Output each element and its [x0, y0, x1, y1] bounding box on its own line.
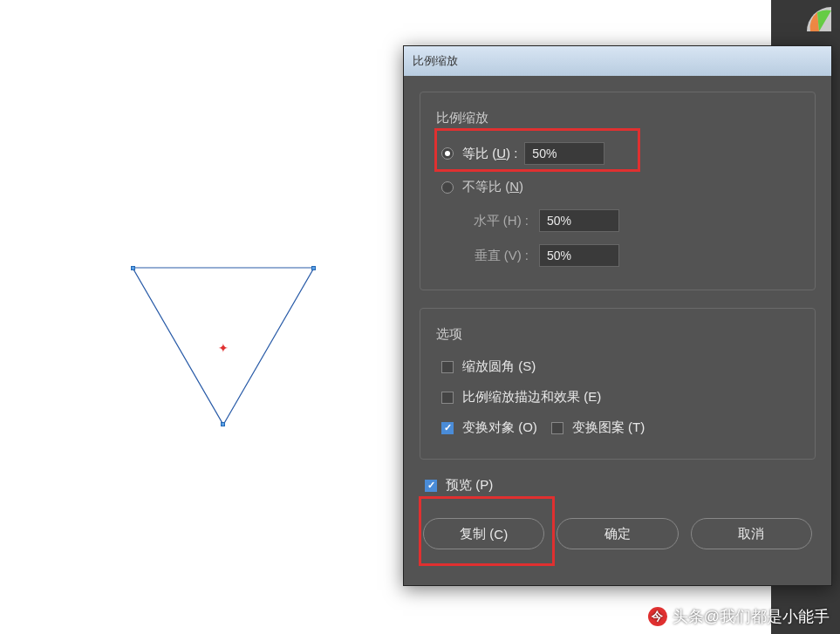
transform-row: 变换对象 (O) 变换图案 (T) [436, 419, 799, 436]
checkbox-label: 变换图案 (T) [572, 419, 645, 436]
button-row: 复制 (C) 确定 取消 [420, 518, 816, 549]
uniform-value-input[interactable] [524, 142, 604, 165]
watermark-prefix: 头条 [673, 606, 704, 627]
section-title: 比例缩放 [436, 110, 799, 126]
checkbox-icon [551, 422, 563, 434]
vertical-label: 垂直 (V) : [462, 248, 532, 264]
dialog-title: 比例缩放 [413, 53, 458, 69]
dialog-body: 比例缩放 等比 (U) : 不等比 (N) 水平 (H) : 垂直 (V) : [404, 76, 831, 565]
watermark-text: @我们都是小能手 [704, 606, 830, 627]
horizontal-label: 水平 (H) : [462, 213, 532, 229]
watermark: 今 头条 @我们都是小能手 [648, 606, 830, 627]
anchor-point[interactable] [131, 266, 135, 270]
anchor-point[interactable] [221, 422, 225, 426]
checkbox-icon [441, 392, 454, 404]
checkbox-icon [441, 422, 454, 434]
nonuniform-label: 不等比 (N) [462, 179, 523, 195]
scale-corners-checkbox[interactable]: 缩放圆角 (S) [436, 358, 799, 375]
preview-checkbox[interactable]: 预览 (P) [420, 477, 816, 494]
dialog-titlebar[interactable]: 比例缩放 [404, 46, 831, 76]
scale-strokes-checkbox[interactable]: 比例缩放描边和效果 (E) [436, 389, 799, 406]
checkbox-icon [425, 480, 437, 492]
vertical-value-input[interactable] [539, 244, 619, 267]
horizontal-row: 水平 (H) : [436, 209, 799, 232]
anchor-point[interactable] [311, 266, 316, 270]
nonuniform-radio-row[interactable]: 不等比 (N) [436, 179, 799, 195]
checkbox-label: 缩放圆角 (S) [462, 358, 536, 375]
transform-patterns-checkbox[interactable]: 变换图案 (T) [551, 419, 645, 436]
checkbox-icon [441, 361, 454, 373]
options-section: 选项 缩放圆角 (S) 比例缩放描边和效果 (E) 变换对象 (O) [420, 308, 816, 460]
cancel-button[interactable]: 取消 [691, 518, 812, 549]
triangle-shape[interactable]: ✦ [131, 266, 316, 428]
center-reference-icon: ✦ [218, 341, 229, 355]
checkbox-label: 变换对象 (O) [462, 419, 537, 436]
scale-dialog: 比例缩放 比例缩放 等比 (U) : 不等比 (N) 水平 (H) : [403, 45, 832, 586]
uniform-radio-row[interactable]: 等比 (U) : [436, 142, 799, 165]
copy-button[interactable]: 复制 (C) [423, 518, 544, 549]
scale-section: 比例缩放 等比 (U) : 不等比 (N) 水平 (H) : 垂直 (V) : [420, 92, 816, 290]
section-title: 选项 [436, 326, 799, 343]
horizontal-value-input[interactable] [539, 209, 619, 232]
uniform-label: 等比 (U) : [462, 146, 517, 162]
vertical-row: 垂直 (V) : [436, 244, 799, 267]
ok-button[interactable]: 确定 [557, 518, 678, 549]
checkbox-label: 预览 (P) [446, 477, 493, 494]
watermark-icon: 今 [648, 607, 667, 626]
transform-objects-checkbox[interactable]: 变换对象 (O) [441, 419, 537, 436]
radio-icon [441, 181, 454, 194]
color-wheel-icon[interactable] [807, 7, 831, 31]
checkbox-label: 比例缩放描边和效果 (E) [462, 389, 601, 406]
radio-icon [441, 147, 454, 160]
